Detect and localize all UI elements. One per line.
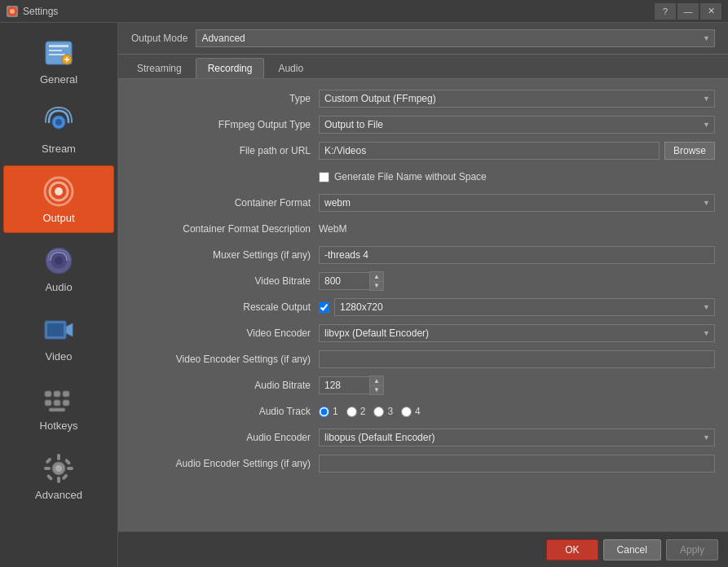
audio-encoder-settings-label: Audio Encoder Settings (if any) [131,458,319,469]
file-path-label: File path or URL [131,145,319,156]
file-path-input[interactable] [319,142,660,160]
output-mode-label: Output Mode [131,33,188,44]
sidebar-item-output[interactable]: Output [3,165,114,233]
sidebar-item-advanced-label: Advanced [35,489,82,501]
minimize-button[interactable]: — [677,3,699,20]
sidebar-item-hotkeys[interactable]: Hotkeys [3,373,114,441]
app-icon [7,6,18,17]
file-path-control: Browse [319,142,715,160]
sidebar-item-stream-label: Stream [42,143,76,155]
rescale-output-label: Rescale Output [131,301,319,313]
type-select[interactable]: Custom Output (FFmpeg) Standard [319,90,715,108]
sidebar-item-audio[interactable]: Audio [3,235,114,302]
audio-track-1[interactable]: 1 [319,406,338,417]
stream-icon [42,105,76,139]
svg-marker-18 [66,323,73,336]
type-row: Type Custom Output (FFmpeg) Standard [131,89,715,108]
rescale-output-row: Rescale Output 1280x720 1920x1080 854x48… [131,297,715,317]
svg-rect-23 [45,400,51,406]
tab-recording[interactable]: Recording [196,58,265,78]
svg-rect-19 [47,323,64,336]
sidebar-item-hotkeys-label: Hotkeys [40,420,78,432]
tab-audio[interactable]: Audio [266,58,315,78]
audio-bitrate-spinbox: ▲ ▼ [319,376,384,395]
rescale-output-select[interactable]: 1280x720 1920x1080 854x480 640x360 [334,298,715,316]
output-mode-select-wrapper: Simple Advanced [196,29,715,47]
audio-encoder-label: Audio Encoder [131,432,319,443]
muxer-settings-control [319,246,715,264]
output-mode-bar: Output Mode Simple Advanced [118,23,728,55]
type-select-wrapper: Custom Output (FFmpeg) Standard [319,90,715,108]
titlebar-controls: ? — ✕ [655,3,721,20]
browse-button[interactable]: Browse [664,142,715,160]
video-encoder-settings-input[interactable] [319,350,715,368]
sidebar-item-output-label: Output [42,212,74,224]
ok-button[interactable]: OK [546,539,598,560]
close-button[interactable]: ✕ [700,3,721,20]
video-bitrate-input[interactable] [319,272,369,290]
sidebar-item-general[interactable]: General [3,27,114,94]
container-format-desc-text: WebM [319,221,346,237]
sidebar-item-video-label: Video [45,350,72,363]
audio-encoder-select[interactable]: libopus (Default Encoder) aac mp3 [319,429,715,446]
svg-rect-29 [57,454,60,460]
ffmpeg-output-type-control: Output to File Output to URL [319,116,715,134]
svg-point-16 [55,257,63,265]
container-format-control: webm mp4 mkv flv [319,194,715,212]
video-bitrate-control: ▲ ▼ [319,271,715,291]
svg-rect-5 [49,54,65,55]
audio-encoder-settings-row: Audio Encoder Settings (if any) [131,454,715,473]
video-encoder-wrapper: libvpx (Default Encoder) libx264 libx265 [319,324,715,342]
sidebar-item-stream[interactable]: Stream [3,96,114,164]
ffmpeg-output-type-select[interactable]: Output to File Output to URL [319,116,715,134]
audio-encoder-wrapper: libopus (Default Encoder) aac mp3 [319,429,715,446]
audio-bitrate-input[interactable] [319,376,369,394]
apply-button[interactable]: Apply [666,539,718,560]
advanced-icon [42,451,76,486]
help-button[interactable]: ? [655,3,676,20]
muxer-settings-input[interactable] [319,246,715,264]
svg-rect-33 [45,457,51,464]
bottom-bar: OK Cancel Apply [118,531,728,567]
generate-filename-checkbox[interactable] [319,172,329,182]
audio-bitrate-increment[interactable]: ▲ [370,376,383,385]
muxer-settings-label: Muxer Settings (if any) [131,249,319,261]
audio-encoder-settings-control [319,455,715,472]
audio-track-4[interactable]: 4 [401,406,421,417]
video-bitrate-spinbox-btns: ▲ ▼ [369,271,384,291]
svg-rect-20 [45,391,51,397]
audio-bitrate-decrement[interactable]: ▼ [370,385,383,394]
main-container: General Stream [0,23,728,567]
svg-rect-35 [64,459,71,465]
video-bitrate-spinbox: ▲ ▼ [319,271,384,291]
sidebar-item-video[interactable]: Video [3,304,114,371]
generate-filename-control: Generate File Name without Space [319,171,715,182]
video-bitrate-increment[interactable]: ▲ [370,272,383,281]
audio-bitrate-control: ▲ ▼ [319,376,715,395]
audio-encoder-settings-input[interactable] [319,455,715,472]
tab-streaming[interactable]: Streaming [125,58,194,78]
audio-track-row: Audio Track 1 2 3 4 [131,402,715,421]
cancel-button[interactable]: Cancel [603,539,661,560]
audio-track-2[interactable]: 2 [346,406,366,417]
file-path-input-row: Browse [319,142,715,160]
sidebar-item-advanced[interactable]: Advanced [3,442,114,510]
svg-rect-22 [63,391,69,397]
audio-track-label: Audio Track [131,406,319,417]
video-encoder-settings-control [319,350,715,368]
audio-track-3[interactable]: 3 [373,406,393,417]
hotkeys-icon [42,382,76,416]
svg-rect-34 [61,473,68,480]
video-encoder-select[interactable]: libvpx (Default Encoder) libx264 libx265 [319,324,715,342]
video-encoder-control: libvpx (Default Encoder) libx264 libx265 [319,324,715,342]
svg-rect-3 [49,45,68,47]
svg-rect-25 [63,400,69,406]
rescale-output-checkbox[interactable] [319,302,329,313]
muxer-settings-row: Muxer Settings (if any) [131,245,715,265]
video-bitrate-decrement[interactable]: ▼ [370,281,383,290]
video-encoder-settings-row: Video Encoder Settings (if any) [131,349,715,369]
output-mode-select[interactable]: Simple Advanced [196,29,715,47]
audio-track-radio-group: 1 2 3 4 [319,406,715,417]
container-format-select[interactable]: webm mp4 mkv flv [319,194,715,212]
audio-bitrate-label: Audio Bitrate [131,380,319,391]
